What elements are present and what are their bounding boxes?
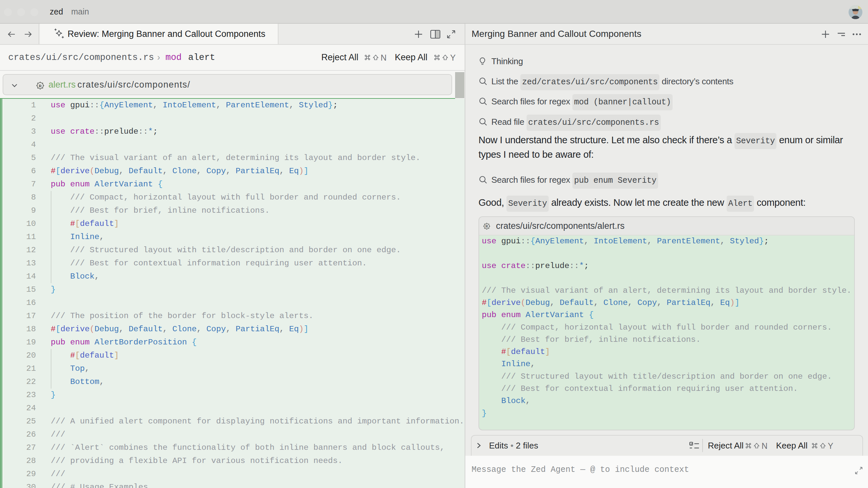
svg-text:R: R <box>486 224 488 228</box>
